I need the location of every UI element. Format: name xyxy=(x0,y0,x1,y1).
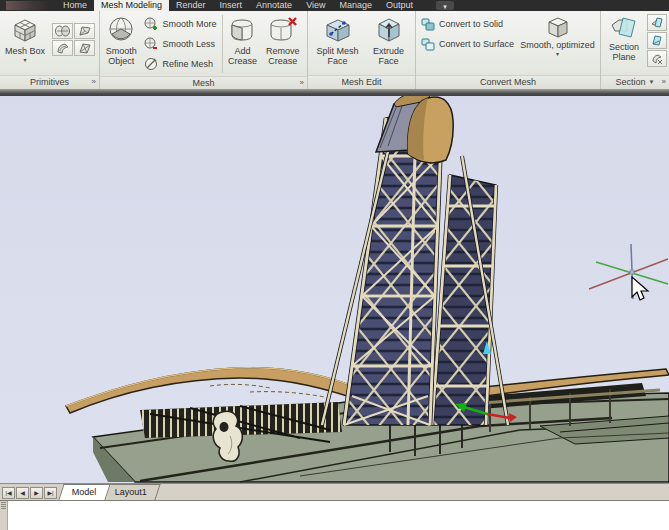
ribbon: Mesh Box ▾ xyxy=(0,11,669,89)
tab-render[interactable]: Render xyxy=(169,0,213,11)
drawing-viewport[interactable] xyxy=(0,96,669,483)
panel-mesh-edit: Split Mesh Face Extrude Face Mesh xyxy=(308,11,416,89)
panel-expander-icon[interactable]: » xyxy=(300,77,304,89)
remove-crease-button[interactable]: Remove Crease xyxy=(261,12,305,68)
ribbon-separator xyxy=(0,89,669,96)
section-plane-button[interactable]: Section Plane xyxy=(603,12,645,64)
tab-model[interactable]: Model xyxy=(58,484,110,500)
extrude-face-button[interactable]: Extrude Face xyxy=(365,12,413,68)
refine-mesh-button[interactable]: Refine Mesh xyxy=(141,54,222,74)
panel-convert-mesh: Convert to Solid Convert to Surface xyxy=(416,11,601,89)
convert-to-surface-icon xyxy=(421,38,435,51)
panel-label-mesh[interactable]: Mesh » xyxy=(100,76,307,89)
panel-separator xyxy=(222,15,223,73)
panel-label-section[interactable]: Section ▼ » xyxy=(601,75,669,89)
smooth-optimized-label: Smooth, optimized xyxy=(520,40,595,50)
add-jog-icon xyxy=(651,35,664,47)
panel-label-convert-mesh[interactable]: Convert Mesh xyxy=(416,75,600,89)
model-canvas xyxy=(0,96,669,483)
section-plane-label: Section Plane xyxy=(604,42,644,62)
tab-insert[interactable]: Insert xyxy=(213,0,250,11)
add-crease-label: Add Crease xyxy=(225,46,260,66)
panel-label-mesh-edit[interactable]: Mesh Edit xyxy=(308,75,415,89)
live-section-button[interactable] xyxy=(647,14,667,31)
mesh-wedge-icon xyxy=(78,25,92,37)
extrude-face-icon xyxy=(375,14,403,46)
primitive-flyout-grid xyxy=(52,23,95,56)
smooth-more-button[interactable]: Smooth More xyxy=(141,14,222,34)
ribbon-tab-bar: Home Mesh Modeling Render Insert Annotat… xyxy=(0,0,669,11)
add-crease-icon xyxy=(228,14,256,46)
add-crease-button[interactable]: Add Crease xyxy=(224,12,261,68)
section-plane-icon xyxy=(609,14,639,42)
next-layout-button[interactable]: ▶ xyxy=(30,487,43,499)
mesh-wedge-button[interactable] xyxy=(74,23,95,39)
smooth-optimized-dropdown-icon: ▾ xyxy=(556,51,559,57)
mesh-cone-button[interactable] xyxy=(52,23,73,39)
convert-to-surface-button[interactable]: Convert to Surface xyxy=(418,34,517,54)
smooth-less-icon xyxy=(144,37,159,51)
panel-primitives: Mesh Box ▾ xyxy=(0,11,100,89)
convert-to-solid-button[interactable]: Convert to Solid xyxy=(418,14,517,34)
tab-output[interactable]: Output xyxy=(379,0,420,11)
panel-mesh: Smooth Object Smooth More xyxy=(100,11,308,89)
mesh-box-button[interactable]: Mesh Box ▾ xyxy=(2,12,48,65)
grip-dots-icon xyxy=(1,502,6,509)
autocad-window: Home Mesh Modeling Render Insert Annotat… xyxy=(0,0,669,530)
panel-expander-icon[interactable]: » xyxy=(662,76,666,88)
live-section-icon xyxy=(651,17,664,29)
tab-home[interactable]: Home xyxy=(56,0,94,11)
panel-section: Section Plane xyxy=(601,11,669,89)
split-mesh-face-icon xyxy=(323,14,353,46)
smooth-optimized-button[interactable]: Smooth, optimized ▾ xyxy=(517,12,598,59)
convert-to-solid-icon xyxy=(421,18,435,31)
mesh-box-icon xyxy=(10,14,40,46)
add-jog-button[interactable] xyxy=(647,32,667,49)
tab-view[interactable]: View xyxy=(299,0,332,11)
panel-expander-icon[interactable]: » xyxy=(92,76,96,88)
refine-mesh-icon xyxy=(144,57,159,71)
panel-label-primitives[interactable]: Primitives » xyxy=(0,75,99,89)
prev-layout-button[interactable]: ◀ xyxy=(16,487,29,499)
mesh-box-dropdown-icon: ▾ xyxy=(23,57,26,63)
extrude-face-label: Extrude Face xyxy=(366,46,412,66)
mesh-pyramid-icon xyxy=(78,42,92,54)
tab-annotate[interactable]: Annotate xyxy=(249,0,299,11)
ribbon-minimize-icon[interactable]: ▾ xyxy=(436,1,454,10)
remove-crease-icon xyxy=(268,14,298,46)
smooth-object-icon xyxy=(107,14,135,46)
tab-mesh-modeling[interactable]: Mesh Modeling xyxy=(94,0,169,11)
smooth-object-label: Smooth Object xyxy=(103,46,140,66)
split-mesh-face-button[interactable]: Split Mesh Face xyxy=(311,12,365,68)
app-logo-fragment xyxy=(6,1,50,10)
mesh-pyramid-button[interactable] xyxy=(74,40,95,56)
split-mesh-face-label: Split Mesh Face xyxy=(312,46,364,66)
command-line-window[interactable]: Command: *Cancel* Command: xyxy=(0,500,669,530)
smooth-less-button[interactable]: Smooth Less xyxy=(141,34,222,54)
mesh-cylinder-button[interactable] xyxy=(52,40,73,56)
last-layout-button[interactable]: ▶| xyxy=(44,487,57,499)
tab-manage[interactable]: Manage xyxy=(332,0,379,11)
smooth-optimized-icon xyxy=(545,14,571,40)
smooth-object-button[interactable]: Smooth Object xyxy=(102,12,141,68)
layout-tab-bar: |◀ ◀ ▶ ▶| Model Layout1 xyxy=(0,483,669,500)
smooth-more-icon xyxy=(144,17,159,31)
remove-crease-label: Remove Crease xyxy=(262,46,304,66)
first-layout-button[interactable]: |◀ xyxy=(2,487,15,499)
mesh-box-label: Mesh Box xyxy=(5,46,45,56)
command-grip[interactable] xyxy=(0,501,8,530)
mesh-cone-icon xyxy=(55,25,70,37)
generate-section-button[interactable] xyxy=(647,50,667,67)
generate-section-icon xyxy=(651,53,664,65)
section-dropdown-icon[interactable]: ▼ xyxy=(649,76,655,88)
mesh-cylinder-icon xyxy=(56,42,70,54)
tab-layout1[interactable]: Layout1 xyxy=(101,484,160,500)
